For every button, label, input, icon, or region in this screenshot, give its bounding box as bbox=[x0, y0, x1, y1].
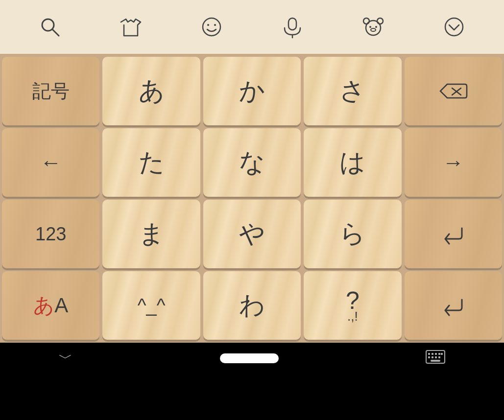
svg-point-8 bbox=[363, 18, 369, 24]
bottom-nav: ﹀ bbox=[0, 343, 504, 374]
key-row-1: 記号 あ か さ bbox=[2, 57, 502, 125]
search-icon[interactable] bbox=[35, 12, 65, 42]
toolbar bbox=[0, 0, 504, 54]
key-ha[interactable]: は bbox=[304, 128, 401, 197]
svg-line-1 bbox=[52, 29, 59, 36]
nav-keyboard-icon[interactable] bbox=[426, 350, 445, 367]
key-ra[interactable]: ら bbox=[304, 200, 401, 268]
key-sa[interactable]: さ bbox=[304, 57, 401, 125]
svg-rect-18 bbox=[432, 353, 433, 355]
nav-chevron-icon[interactable]: ﹀ bbox=[59, 349, 72, 368]
key-row-2: ← た な は → bbox=[2, 128, 502, 197]
key-punct[interactable]: ? .,! bbox=[304, 271, 401, 340]
svg-rect-24 bbox=[435, 356, 437, 358]
svg-rect-22 bbox=[428, 356, 430, 358]
key-ma[interactable]: ま bbox=[102, 200, 200, 268]
microphone-icon[interactable] bbox=[278, 12, 307, 42]
keyboard: 記号 あ か さ ← た な は bbox=[0, 54, 504, 343]
svg-rect-26 bbox=[431, 360, 440, 362]
svg-point-13 bbox=[445, 18, 463, 36]
chevron-down-icon[interactable] bbox=[439, 12, 469, 42]
svg-point-10 bbox=[369, 26, 371, 28]
key-wa[interactable]: わ bbox=[203, 271, 301, 340]
key-kigou[interactable]: 記号 bbox=[2, 57, 99, 125]
key-123[interactable]: 123 bbox=[2, 200, 99, 268]
svg-point-2 bbox=[203, 18, 220, 36]
key-space[interactable] bbox=[405, 200, 502, 268]
key-row-3: 123 ま や ら bbox=[2, 200, 502, 268]
key-ya[interactable]: や bbox=[203, 200, 301, 268]
svg-rect-21 bbox=[441, 353, 443, 355]
shirt-icon[interactable] bbox=[116, 12, 145, 42]
key-a[interactable]: あ bbox=[102, 57, 200, 125]
svg-rect-5 bbox=[288, 18, 296, 30]
key-row-4: あA ^_^ わ ? .,! bbox=[2, 271, 502, 340]
nav-home-pill[interactable] bbox=[220, 353, 279, 363]
svg-point-9 bbox=[377, 18, 383, 24]
emoji-icon[interactable] bbox=[197, 12, 226, 42]
key-right-arrow[interactable]: → bbox=[405, 128, 502, 197]
key-left-arrow[interactable]: ← bbox=[2, 128, 99, 197]
svg-point-3 bbox=[207, 24, 209, 26]
svg-point-12 bbox=[371, 28, 376, 31]
key-awa[interactable]: あA bbox=[2, 271, 99, 340]
key-delete[interactable] bbox=[405, 57, 502, 125]
svg-point-11 bbox=[375, 26, 377, 28]
key-ka[interactable]: か bbox=[203, 57, 301, 125]
svg-point-4 bbox=[214, 24, 216, 26]
bear-icon[interactable] bbox=[359, 12, 388, 42]
key-ta[interactable]: た bbox=[102, 128, 200, 197]
svg-rect-17 bbox=[428, 353, 430, 355]
svg-rect-19 bbox=[435, 353, 437, 355]
svg-rect-25 bbox=[438, 356, 440, 358]
key-na[interactable]: な bbox=[203, 128, 301, 197]
key-enter[interactable] bbox=[405, 271, 502, 340]
svg-rect-20 bbox=[438, 353, 440, 355]
key-emoticon[interactable]: ^_^ bbox=[102, 271, 200, 340]
svg-rect-23 bbox=[432, 356, 433, 358]
